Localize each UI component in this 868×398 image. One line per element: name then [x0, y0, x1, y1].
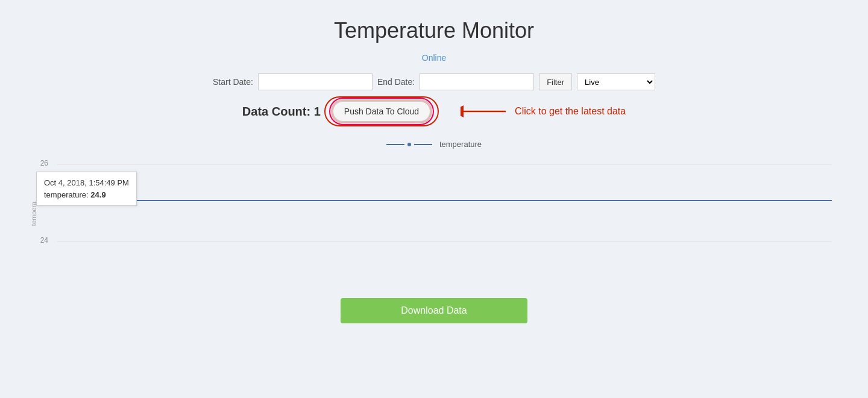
legend-dot-icon — [407, 143, 411, 146]
push-data-button[interactable]: Push Data To Cloud — [333, 101, 430, 122]
chart-container: temperature Oct 4, 2018, 1:54:49 PM temp… — [30, 140, 838, 262]
download-data-button[interactable]: Download Data — [341, 298, 527, 323]
end-date-label: End Date: — [377, 77, 415, 87]
arrow-icon — [461, 102, 509, 120]
svg-text:26: 26 — [40, 159, 49, 167]
tooltip-date: Oct 4, 2018, 1:54:49 PM — [44, 177, 129, 189]
chart-legend: temperature — [30, 140, 838, 149]
filter-button[interactable]: Filter — [539, 73, 572, 90]
legend-line-icon — [386, 144, 404, 145]
live-select[interactable]: Live 1 Hour 6 Hours 24 Hours 7 Days — [577, 73, 655, 90]
annotation-text: Click to get the latest data — [515, 106, 626, 117]
filter-row: Start Date: End Date: Filter Live 1 Hour… — [213, 73, 655, 90]
start-date-input[interactable] — [258, 73, 373, 90]
tooltip-metric: temperature: — [44, 190, 89, 199]
legend-label: temperature — [439, 140, 482, 149]
start-date-label: Start Date: — [213, 77, 253, 87]
tooltip-value: 24.9 — [90, 190, 105, 199]
svg-text:24: 24 — [40, 236, 49, 244]
push-button-wrapper: Push Data To Cloud — [333, 101, 430, 122]
annotation-area: Click to get the latest data — [461, 102, 626, 120]
chart-tooltip: Oct 4, 2018, 1:54:49 PM temperature: 24.… — [36, 172, 137, 206]
status-badge: Online — [422, 53, 446, 63]
chart-svg-wrapper: Oct 4, 2018, 1:54:49 PM temperature: 24.… — [30, 154, 838, 262]
data-count-row: Data Count: 1 Push Data To Cloud Click t… — [242, 101, 626, 122]
tooltip-value-row: temperature: 24.9 — [44, 189, 129, 201]
chart-svg: 26 25 24 tempera — [30, 154, 838, 262]
data-count-label: Data Count: 1 — [242, 105, 321, 119]
end-date-input[interactable] — [420, 73, 534, 90]
page-container: Temperature Monitor Online Start Date: E… — [0, 0, 868, 398]
legend-line2-icon — [414, 144, 432, 145]
page-title: Temperature Monitor — [334, 18, 534, 43]
